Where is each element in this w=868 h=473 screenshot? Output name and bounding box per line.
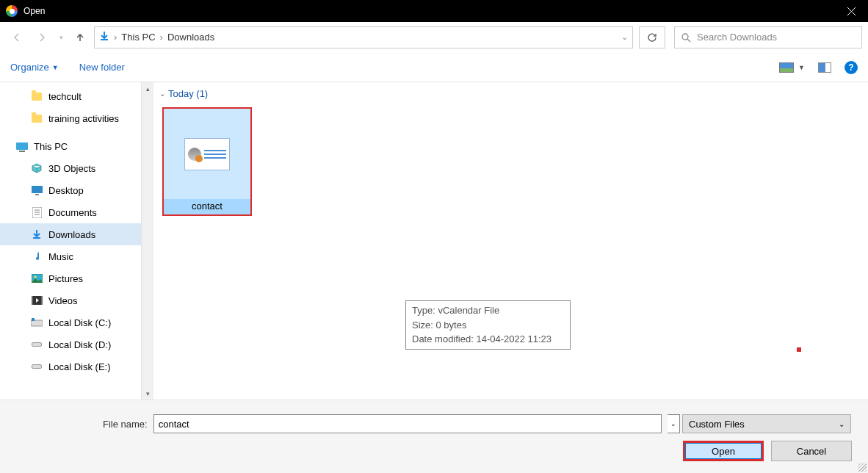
back-button[interactable] (6, 26, 28, 48)
chevron-down-icon: ⌄ (839, 420, 845, 428)
forward-button[interactable] (31, 26, 53, 48)
music-icon (31, 250, 43, 262)
svg-point-3 (682, 34, 688, 40)
filename-input[interactable] (153, 414, 662, 433)
svg-rect-17 (31, 320, 43, 326)
desktop-icon (31, 184, 43, 196)
preview-pane-button[interactable] (818, 62, 831, 73)
svg-rect-15 (32, 296, 33, 305)
scroll-down-icon[interactable]: ▾ (142, 387, 153, 400)
scroll-up-icon[interactable]: ▴ (142, 82, 153, 95)
caret-down-icon: ▼ (798, 64, 805, 71)
svg-rect-18 (32, 318, 35, 321)
disk-icon (32, 342, 42, 347)
group-header-today[interactable]: ⌄ Today (1) (159, 88, 868, 99)
help-button[interactable]: ? (845, 61, 858, 74)
contact-file-icon (184, 138, 230, 170)
cube-icon (31, 162, 43, 174)
file-name-label: contact (164, 199, 250, 214)
address-dropdown-icon[interactable]: ⌄ (621, 32, 628, 42)
window-title: Open (23, 6, 834, 16)
recent-dropdown[interactable]: ▾ (56, 26, 66, 48)
folder-icon (32, 115, 42, 123)
svg-rect-6 (35, 194, 39, 195)
caret-down-icon: ▼ (52, 64, 59, 71)
chevron-down-icon: ⌄ (159, 90, 165, 98)
disk-icon (31, 317, 43, 328)
chevron-right-icon: › (114, 32, 117, 43)
open-button[interactable]: Open (683, 441, 764, 461)
tree-3d-objects[interactable]: 3D Objects (0, 157, 141, 179)
view-icon (779, 62, 794, 73)
toolbar: Organize ▼ New folder ▼ ? (0, 53, 868, 82)
view-menu[interactable]: ▼ (779, 62, 805, 73)
tree-documents[interactable]: Documents (0, 201, 141, 223)
refresh-button[interactable] (639, 26, 665, 48)
tree-folder-training[interactable]: training activities (0, 107, 141, 129)
sidebar-scrollbar[interactable]: ▴ ▾ (141, 82, 153, 400)
navigation-bar: ▾ › This PC › Downloads ⌄ Search Downloa… (0, 22, 868, 53)
tree-this-pc[interactable]: This PC (0, 135, 141, 157)
resize-grip[interactable] (858, 463, 867, 472)
navigation-tree: techcult training activities This PC 3D … (0, 82, 141, 400)
disk-icon (32, 364, 42, 369)
documents-icon (31, 206, 43, 218)
new-folder-button[interactable]: New folder (79, 62, 125, 73)
svg-rect-5 (32, 186, 43, 193)
main-area: techcult training activities This PC 3D … (0, 82, 868, 400)
filename-label: File name: (103, 419, 148, 430)
filetype-dropdown[interactable]: Custom Files ⌄ (682, 414, 851, 433)
tree-downloads[interactable]: Downloads (0, 223, 141, 245)
svg-line-4 (687, 39, 690, 42)
tree-videos[interactable]: Videos (0, 289, 141, 311)
search-box[interactable]: Search Downloads (674, 26, 862, 48)
search-placeholder: Search Downloads (697, 32, 777, 43)
svg-point-13 (34, 276, 36, 278)
chrome-icon (6, 5, 18, 17)
breadcrumb-this-pc[interactable]: This PC (121, 32, 155, 43)
pictures-icon (31, 272, 43, 284)
tree-desktop[interactable]: Desktop (0, 179, 141, 201)
tree-pictures[interactable]: Pictures (0, 267, 141, 289)
filename-dropdown[interactable]: ⌄ (668, 414, 680, 433)
tree-local-disk-c[interactable]: Local Disk (C:) (0, 311, 141, 333)
folder-icon (32, 93, 42, 101)
pc-icon (16, 142, 28, 150)
up-button[interactable] (69, 26, 91, 48)
bottom-panel: File name: ⌄ Custom Files ⌄ Open Cancel (0, 400, 868, 473)
breadcrumb-downloads[interactable]: Downloads (167, 32, 214, 43)
annotation-dot (797, 347, 801, 352)
tree-local-disk-d[interactable]: Local Disk (D:) (0, 333, 141, 355)
organize-menu[interactable]: Organize ▼ (10, 62, 59, 73)
videos-icon (31, 295, 43, 306)
tree-folder-techcult[interactable]: techcult (0, 85, 141, 107)
svg-rect-16 (41, 296, 43, 305)
download-icon (31, 228, 43, 240)
tree-local-disk-e[interactable]: Local Disk (E:) (0, 355, 141, 378)
chevron-right-icon: › (160, 32, 163, 43)
title-bar: Open (0, 0, 868, 22)
address-bar[interactable]: › This PC › Downloads ⌄ (94, 26, 633, 48)
search-icon (681, 32, 691, 43)
file-list[interactable]: ⌄ Today (1) contact Type: vCalendar File… (153, 82, 868, 400)
download-arrow-icon (99, 31, 109, 43)
file-item-contact[interactable]: contact (162, 107, 252, 216)
tree-music[interactable]: Music (0, 245, 141, 267)
file-tooltip: Type: vCalendar File Size: 0 bytes Date … (405, 300, 571, 350)
close-button[interactable] (834, 0, 868, 22)
cancel-button[interactable]: Cancel (771, 441, 852, 461)
